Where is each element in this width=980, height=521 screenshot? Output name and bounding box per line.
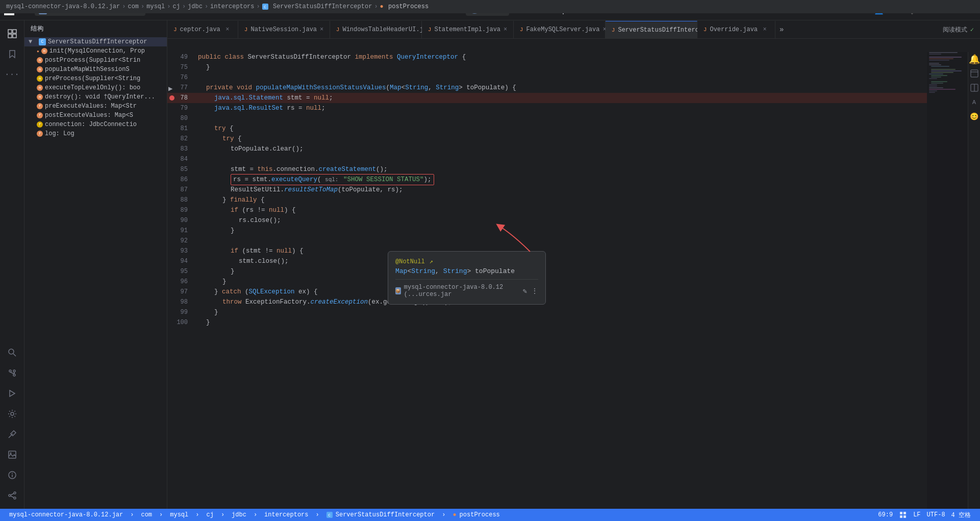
right-panel-icon-3[interactable] <box>969 83 979 93</box>
status-position[interactable]: 69:9 <box>875 509 896 521</box>
svg-point-26 <box>14 497 16 499</box>
status-plugin-icon[interactable] <box>896 509 910 521</box>
status-cj[interactable]: cj <box>203 509 216 521</box>
tooltip-edit-icon[interactable]: ✎ <box>523 287 527 295</box>
tree-item-populate[interactable]: m populateMapWithSessionS <box>24 65 167 74</box>
status-jdbc[interactable]: jdbc <box>229 509 249 521</box>
linenum-76: 76 <box>167 72 194 83</box>
tooltip-more-icon[interactable]: ⋮ <box>531 287 538 295</box>
tab-statementimpl[interactable]: J StatementImpl.java × <box>422 21 514 38</box>
tab-icon-3: J <box>336 27 340 33</box>
tab-icon-1: J <box>173 27 177 33</box>
code-line-78: java.sql.Statement stmt = null; <box>194 93 927 103</box>
right-emoji-icon[interactable]: 😊 <box>969 111 979 121</box>
tree-item-postprocess[interactable]: m postProcess(Supplier<Strin <box>24 56 167 65</box>
svg-rect-6 <box>8 30 12 33</box>
svg-rect-33 <box>900 512 902 514</box>
status-com-label: com <box>141 511 152 518</box>
field-indicator-3: f <box>37 121 43 128</box>
method-indicator-3: m <box>37 66 43 72</box>
activity-search-icon[interactable] <box>3 343 21 362</box>
tab-close-1[interactable]: × <box>223 26 232 34</box>
activity-more-icon[interactable]: ··· <box>3 65 21 84</box>
activity-bookmarks-icon[interactable] <box>3 45 21 63</box>
activity-run-icon[interactable] <box>3 384 21 403</box>
tab-more-button[interactable]: » <box>775 21 788 38</box>
svg-point-10 <box>9 349 14 354</box>
status-interceptors[interactable]: interceptors <box>261 509 311 521</box>
activity-bar: ··· <box>0 20 24 509</box>
status-method[interactable]: ● postProcess <box>449 509 502 521</box>
right-notifications-icon[interactable]: 🔔 <box>969 54 979 64</box>
tab-close-7[interactable]: × <box>761 26 769 34</box>
reading-mode: 阅读模式 ✓ <box>937 21 980 38</box>
tooltip-source: 📦 mysql-connector-java-8.0.12 (...urces.… <box>395 279 538 298</box>
svg-point-25 <box>9 494 11 497</box>
svg-line-27 <box>11 493 14 495</box>
tab-windowstable[interactable]: J WindowsTableHeaderUI.java × <box>330 21 422 38</box>
tree-item-init[interactable]: ● m init(MysqlConnection, Prop <box>24 46 167 56</box>
tooltip-arrow-svg <box>494 221 535 257</box>
tab-bar: J ceptor.java × J NativeSession.java × J… <box>167 20 980 39</box>
tree-item-connection[interactable]: f connection: JdbcConnectio <box>24 120 167 129</box>
activity-gear-icon[interactable] <box>3 405 21 423</box>
svg-rect-8 <box>8 34 12 38</box>
status-class-icon: C <box>326 512 333 518</box>
status-indent[interactable]: 4 空格 <box>948 509 974 521</box>
tab-override[interactable]: J Override.java × <box>697 21 775 38</box>
tab-nativesession[interactable]: J NativeSession.java × <box>238 21 330 38</box>
status-lf[interactable]: LF <box>910 509 923 521</box>
tree-item-destroy[interactable]: m destroy(): void †QueryInter... <box>24 92 167 102</box>
external-link-icon[interactable]: ↗ <box>430 258 433 265</box>
tab-label-7: Override.java <box>710 26 758 33</box>
code-area[interactable]: public class ServerStatusDiffInterceptor… <box>194 52 927 509</box>
tab-label-4: StatementImpl.java <box>434 26 500 33</box>
tab-label-1: ceptor.java <box>180 26 220 33</box>
reading-mode-check: ✓ <box>970 26 974 34</box>
tree-item-preprocess[interactable]: m preProcess(Supplier<String <box>24 74 167 83</box>
linenum-82: 82 <box>167 134 194 144</box>
tooltip-popup: @NotNull ↗ Map<String, String> toPopulat… <box>388 251 546 305</box>
svg-point-23 <box>12 473 13 474</box>
code-line-96: } <box>194 277 927 287</box>
linenum-49: 49 <box>167 52 194 62</box>
status-jar[interactable]: mysql-connector-java-8.0.12.jar <box>6 509 126 521</box>
svg-rect-36 <box>903 515 906 518</box>
tree-item-execute[interactable]: m executeTopLevelOnly(): boo <box>24 83 167 92</box>
tab-ceptor[interactable]: J ceptor.java × <box>167 21 238 38</box>
activity-image-icon[interactable] <box>3 445 21 464</box>
linenum-88: 88 <box>167 195 194 205</box>
tree-item-preexecute[interactable]: f preExecuteValues: Map<Str <box>24 102 167 111</box>
tree-label-1: init(MysqlConnection, Prop <box>49 47 145 55</box>
tab-fakemysql[interactable]: J FakeMySQLServer.java × <box>514 21 606 38</box>
tab-close-2[interactable]: × <box>320 26 323 34</box>
linenum-92: 92 <box>167 236 194 246</box>
activity-share-icon[interactable] <box>3 486 21 505</box>
status-mysql[interactable]: mysql <box>167 509 191 521</box>
activity-project-icon[interactable] <box>3 24 21 43</box>
code-line-94: stmt.close(); <box>194 256 927 266</box>
activity-tools-icon[interactable] <box>3 425 21 443</box>
tree-item-postexecute[interactable]: f postExecuteValues: Map<S <box>24 111 167 120</box>
status-jar-label: mysql-connector-java-8.0.12.jar <box>9 511 123 518</box>
code-line-89: if (rs != null) { <box>194 205 927 215</box>
activity-info-icon[interactable] <box>3 466 21 484</box>
code-line-90: rs.close(); <box>194 215 927 226</box>
svg-rect-9 <box>13 34 16 38</box>
status-sep-6: › <box>316 511 319 518</box>
tab-serverstatus[interactable]: J ServerStatusDiffInterceptor.java × <box>606 21 697 38</box>
activity-git-icon[interactable] <box>3 364 21 382</box>
right-layout-icon[interactable] <box>969 68 979 79</box>
status-encoding[interactable]: UTF-8 <box>924 509 948 521</box>
right-translate-icon[interactable]: A <box>969 97 979 107</box>
status-com[interactable]: com <box>138 509 155 521</box>
tree-root-label: ServerStatusDiffInterceptor <box>48 38 147 45</box>
status-class[interactable]: C ServerStatusDiffInterceptor <box>323 509 438 521</box>
code-line-85: stmt = this.connection.createStatement()… <box>194 164 927 175</box>
tab-close-4[interactable]: × <box>504 26 507 34</box>
tree-item-log[interactable]: f log: Log <box>24 129 167 138</box>
svg-line-15 <box>10 372 14 374</box>
code-line-79: java.sql.ResultSet rs = null; <box>194 103 927 113</box>
tree-expand-icon: ▼ <box>29 38 37 45</box>
tree-root[interactable]: ▼ C ServerStatusDiffInterceptor <box>24 37 167 46</box>
